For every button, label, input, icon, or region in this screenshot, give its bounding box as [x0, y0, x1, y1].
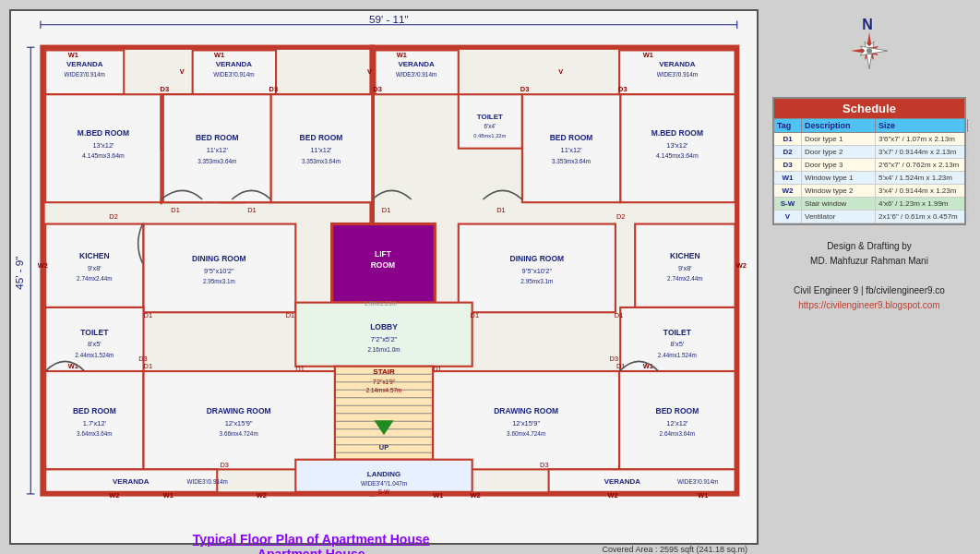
row-tag: D3: [774, 159, 802, 171]
svg-text:4.145mx3.64m: 4.145mx3.64m: [82, 152, 125, 159]
svg-text:KICHEN: KICHEN: [670, 251, 700, 260]
svg-text:WIDE3'/0.914m: WIDE3'/0.914m: [213, 71, 254, 78]
svg-text:WIDE3'4"/1.047m: WIDE3'4"/1.047m: [361, 480, 407, 487]
svg-text:VERANDA: VERANDA: [604, 477, 641, 486]
svg-text:9'x8': 9'x8': [88, 264, 102, 272]
svg-text:11'x12': 11'x12': [310, 146, 332, 154]
row-desc: Door type 1: [802, 133, 876, 145]
svg-text:TOILET: TOILET: [80, 328, 109, 337]
svg-text:STAIR: STAIR: [373, 367, 395, 376]
svg-text:8'x5': 8'x5': [88, 340, 102, 348]
schedule-title: Schedule: [774, 99, 964, 119]
svg-text:D3: D3: [618, 85, 627, 93]
svg-text:D1: D1: [171, 206, 180, 214]
row-size: 4'x6' / 1.23m x 1.99m: [876, 198, 968, 210]
svg-text:UP: UP: [379, 443, 388, 452]
svg-text:V: V: [180, 67, 185, 76]
svg-text:W1: W1: [433, 491, 443, 500]
row-size: 3'6"x7' / 1.07m x 2.13m: [876, 133, 968, 145]
svg-text:11'x12': 11'x12': [207, 146, 229, 154]
svg-text:2.74mx2.44m: 2.74mx2.44m: [667, 275, 703, 282]
svg-text:D2: D2: [616, 212, 626, 221]
svg-text:W1: W1: [68, 51, 78, 59]
row-size: 2x1'6" / 0.61m x 0.457m: [876, 211, 968, 223]
row-desc: Door type 2: [802, 146, 876, 158]
schedule-row-d1: D1 Door type 1 3'6"x7' / 1.07m x 2.13m: [774, 133, 964, 146]
svg-text:0.48mx1.22m: 0.48mx1.22m: [473, 133, 506, 138]
svg-text:2.95mx3.1m: 2.95mx3.1m: [520, 278, 553, 284]
svg-text:M.BED ROOM: M.BED ROOM: [78, 128, 129, 138]
svg-text:D3: D3: [269, 85, 279, 93]
svg-rect-43: [459, 94, 522, 148]
svg-text:D2: D2: [109, 212, 118, 221]
row-size: 3'x7' / 0.9144m x 2.13m: [876, 146, 968, 158]
svg-text:12'x12': 12'x12': [666, 419, 688, 428]
svg-text:W2: W2: [109, 491, 119, 500]
svg-text:BED ROOM: BED ROOM: [300, 133, 343, 142]
svg-text:D1: D1: [144, 311, 153, 319]
svg-text:D1: D1: [496, 206, 506, 214]
svg-text:W2: W2: [38, 261, 48, 270]
svg-text:W1: W1: [214, 51, 224, 59]
svg-text:D1: D1: [144, 362, 153, 370]
schedule-header: Tag Description Size: [774, 119, 964, 133]
col-size: Size: [876, 119, 968, 132]
covered-area: Covered Area : 2595 sqft (241.18 sq.m): [602, 545, 747, 554]
area-info: Covered Area : 2595 sqft (241.18 sq.m) L…: [602, 545, 747, 554]
svg-text:VERANDA: VERANDA: [216, 60, 253, 68]
svg-text:BED ROOM: BED ROOM: [656, 406, 699, 416]
svg-text:59' - 11": 59' - 11": [369, 13, 409, 25]
row-tag: D2: [774, 146, 802, 158]
svg-text:M.BED ROOM: M.BED ROOM: [651, 128, 703, 138]
schedule-row-s-w: S-W Stair window 4'x6' / 1.23m x 1.99m: [774, 198, 964, 211]
svg-text:12'x15'9": 12'x15'9": [512, 419, 540, 428]
row-tag: V: [774, 211, 802, 223]
svg-text:3.66mx4.724m: 3.66mx4.724m: [220, 430, 258, 437]
schedule-table: Schedule Tag Description Size D1 Door ty…: [772, 97, 966, 225]
svg-text:WIDE3'/0.914m: WIDE3'/0.914m: [677, 478, 718, 485]
svg-text:4.145mx3.64m: 4.145mx3.64m: [656, 152, 699, 159]
svg-text:W1: W1: [163, 491, 173, 500]
svg-text:13'x12': 13'x12': [92, 141, 114, 150]
credit-line3: Civil Engineer 9 | fb/civilengineer9.co: [772, 283, 966, 298]
svg-text:BED ROOM: BED ROOM: [550, 133, 593, 142]
svg-text:LIFT: LIFT: [375, 249, 392, 259]
svg-point-177: [866, 48, 872, 54]
svg-text:1.9mx1.23m: 1.9mx1.23m: [365, 300, 397, 307]
design-credit: Design & Drafting by MD. Mahfuzur Rahman…: [772, 239, 966, 313]
svg-text:8'x5': 8'x5': [670, 340, 684, 348]
svg-text:D1: D1: [615, 311, 624, 319]
svg-text:D1: D1: [247, 206, 257, 214]
svg-text:KICHEN: KICHEN: [79, 251, 110, 260]
credit-website[interactable]: https://civilengineer9.blogspot.com: [772, 298, 966, 313]
svg-text:W2: W2: [736, 261, 747, 270]
svg-text:45' - 9": 45' - 9": [13, 257, 25, 290]
svg-text:TOILET: TOILET: [477, 113, 503, 121]
row-desc: Ventilator: [802, 211, 876, 223]
svg-text:D3: D3: [540, 461, 549, 469]
svg-text:TOILET: TOILET: [663, 328, 692, 337]
svg-text:2.64mx3.64m: 2.64mx3.64m: [660, 430, 696, 437]
svg-text:N: N: [862, 18, 873, 32]
svg-text:D3: D3: [520, 85, 530, 93]
schedule-row-w2: W2 Window type 2 3'x4' / 0.9144m x 1.23m: [774, 185, 964, 198]
svg-text:LANDING: LANDING: [367, 470, 400, 478]
svg-text:1.7'x12': 1.7'x12': [83, 419, 107, 428]
col-tag: Tag: [774, 119, 802, 132]
svg-text:LOBBY: LOBBY: [370, 322, 398, 331]
credit-line2: MD. Mahfuzur Rahman Mani: [772, 254, 966, 269]
schedule-row-d3: D3 Door type 3 2'6"x7' / 0.762m x 2.13m: [774, 159, 964, 172]
svg-text:DINING ROOM: DINING ROOM: [192, 254, 246, 263]
main-container: 59' - 11" 45' - 9" VERANDA W: [0, 0, 980, 554]
row-desc: Door type 3: [802, 159, 876, 171]
svg-text:9'5"x10'2": 9'5"x10'2": [522, 267, 553, 275]
schedule-row-v: V Ventilator 2x1'6" / 0.61m x 0.457m: [774, 211, 964, 223]
svg-text:VERANDA: VERANDA: [398, 60, 435, 68]
svg-text:7'2"x5'2": 7'2"x5'2": [371, 335, 398, 343]
side-panel: N Schedule Tag Description Size: [768, 9, 971, 545]
svg-text:W1: W1: [397, 51, 407, 59]
svg-text:W2: W2: [257, 491, 267, 500]
svg-text:12'x15'9": 12'x15'9": [225, 419, 253, 428]
svg-text:9'x8': 9'x8': [678, 264, 692, 272]
svg-text:D3: D3: [161, 85, 170, 93]
